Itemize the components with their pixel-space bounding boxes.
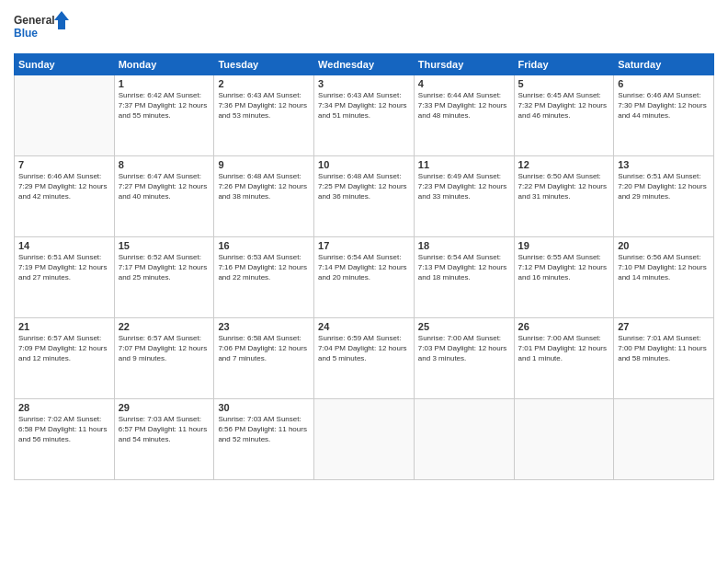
day-number: 26	[518, 321, 610, 332]
day-number: 29	[119, 402, 210, 413]
day-number: 8	[119, 159, 210, 170]
calendar-cell: 4Sunrise: 6:44 AM Sunset: 7:33 PM Daylig…	[414, 75, 514, 156]
calendar-cell: 30Sunrise: 7:03 AM Sunset: 6:56 PM Dayli…	[214, 399, 314, 480]
calendar-cell: 17Sunrise: 6:54 AM Sunset: 7:14 PM Dayli…	[314, 237, 415, 318]
calendar-cell: 7Sunrise: 6:46 AM Sunset: 7:29 PM Daylig…	[15, 156, 115, 237]
cell-info: Sunrise: 7:00 AM Sunset: 7:03 PM Dayligh…	[418, 334, 510, 363]
weekday-header-sunday: Sunday	[15, 54, 115, 75]
cell-info: Sunrise: 6:53 AM Sunset: 7:16 PM Dayligh…	[218, 253, 310, 282]
cell-info: Sunrise: 6:48 AM Sunset: 7:25 PM Dayligh…	[318, 172, 410, 201]
day-number: 21	[18, 321, 110, 332]
day-number: 19	[518, 240, 610, 251]
calendar-cell: 1Sunrise: 6:42 AM Sunset: 7:37 PM Daylig…	[114, 75, 214, 156]
svg-text:Blue: Blue	[14, 27, 38, 40]
calendar-cell: 29Sunrise: 7:03 AM Sunset: 6:57 PM Dayli…	[114, 399, 214, 480]
calendar-cell	[314, 399, 415, 480]
calendar-cell: 15Sunrise: 6:52 AM Sunset: 7:17 PM Dayli…	[114, 237, 214, 318]
calendar-cell: 12Sunrise: 6:50 AM Sunset: 7:22 PM Dayli…	[514, 156, 614, 237]
cell-info: Sunrise: 6:47 AM Sunset: 7:27 PM Dayligh…	[119, 172, 210, 201]
weekday-header-thursday: Thursday	[414, 54, 514, 75]
cell-info: Sunrise: 6:54 AM Sunset: 7:13 PM Dayligh…	[418, 253, 510, 282]
day-number: 23	[218, 321, 310, 332]
day-number: 25	[418, 321, 510, 332]
calendar-cell: 8Sunrise: 6:47 AM Sunset: 7:27 PM Daylig…	[114, 156, 214, 237]
cell-info: Sunrise: 6:51 AM Sunset: 7:20 PM Dayligh…	[618, 172, 710, 201]
day-number: 27	[618, 321, 710, 332]
cell-info: Sunrise: 6:45 AM Sunset: 7:32 PM Dayligh…	[518, 91, 610, 121]
logo-svg: General Blue	[14, 9, 69, 46]
calendar-cell: 5Sunrise: 6:45 AM Sunset: 7:32 PM Daylig…	[514, 75, 614, 156]
day-number: 15	[119, 240, 210, 251]
day-number: 24	[318, 321, 410, 332]
day-number: 17	[318, 240, 410, 251]
cell-info: Sunrise: 6:59 AM Sunset: 7:04 PM Dayligh…	[318, 334, 410, 363]
calendar-cell: 3Sunrise: 6:43 AM Sunset: 7:34 PM Daylig…	[314, 75, 415, 156]
weekday-header-row: SundayMondayTuesdayWednesdayThursdayFrid…	[15, 54, 714, 75]
cell-info: Sunrise: 6:54 AM Sunset: 7:14 PM Dayligh…	[318, 253, 410, 282]
day-number: 30	[218, 402, 310, 413]
day-number: 10	[318, 159, 410, 170]
calendar-cell: 25Sunrise: 7:00 AM Sunset: 7:03 PM Dayli…	[414, 318, 514, 399]
day-number: 22	[119, 321, 210, 332]
calendar-cell	[514, 399, 614, 480]
cell-info: Sunrise: 6:57 AM Sunset: 7:09 PM Dayligh…	[18, 334, 110, 363]
weekday-header-friday: Friday	[514, 54, 614, 75]
calendar-cell	[414, 399, 514, 480]
weekday-header-tuesday: Tuesday	[214, 54, 314, 75]
calendar-cell: 24Sunrise: 6:59 AM Sunset: 7:04 PM Dayli…	[314, 318, 415, 399]
day-number: 6	[618, 78, 710, 89]
day-number: 4	[418, 78, 510, 89]
cell-info: Sunrise: 6:46 AM Sunset: 7:29 PM Dayligh…	[18, 172, 110, 201]
day-number: 2	[218, 78, 310, 89]
cell-info: Sunrise: 6:43 AM Sunset: 7:34 PM Dayligh…	[318, 91, 410, 121]
calendar-cell: 23Sunrise: 6:58 AM Sunset: 7:06 PM Dayli…	[214, 318, 314, 399]
day-number: 5	[518, 78, 610, 89]
day-number: 12	[518, 159, 610, 170]
cell-info: Sunrise: 6:52 AM Sunset: 7:17 PM Dayligh…	[119, 253, 210, 282]
calendar-cell: 21Sunrise: 6:57 AM Sunset: 7:09 PM Dayli…	[15, 318, 115, 399]
weekday-header-monday: Monday	[114, 54, 214, 75]
calendar-cell: 26Sunrise: 7:00 AM Sunset: 7:01 PM Dayli…	[514, 318, 614, 399]
calendar-cell: 11Sunrise: 6:49 AM Sunset: 7:23 PM Dayli…	[414, 156, 514, 237]
cell-info: Sunrise: 6:49 AM Sunset: 7:23 PM Dayligh…	[418, 172, 510, 201]
calendar-cell: 22Sunrise: 6:57 AM Sunset: 7:07 PM Dayli…	[114, 318, 214, 399]
cell-info: Sunrise: 7:03 AM Sunset: 6:57 PM Dayligh…	[119, 415, 210, 444]
day-number: 11	[418, 159, 510, 170]
cell-info: Sunrise: 6:51 AM Sunset: 7:19 PM Dayligh…	[18, 253, 110, 282]
calendar-cell: 19Sunrise: 6:55 AM Sunset: 7:12 PM Dayli…	[514, 237, 614, 318]
day-number: 7	[18, 159, 110, 170]
cell-info: Sunrise: 6:56 AM Sunset: 7:10 PM Dayligh…	[618, 253, 710, 282]
calendar-cell: 6Sunrise: 6:46 AM Sunset: 7:30 PM Daylig…	[614, 75, 714, 156]
cell-info: Sunrise: 6:55 AM Sunset: 7:12 PM Dayligh…	[518, 253, 610, 282]
calendar-week-3: 14Sunrise: 6:51 AM Sunset: 7:19 PM Dayli…	[15, 237, 714, 318]
day-number: 13	[618, 159, 710, 170]
calendar-cell: 13Sunrise: 6:51 AM Sunset: 7:20 PM Dayli…	[614, 156, 714, 237]
day-number: 16	[218, 240, 310, 251]
calendar-cell: 27Sunrise: 7:01 AM Sunset: 7:00 PM Dayli…	[614, 318, 714, 399]
calendar-week-2: 7Sunrise: 6:46 AM Sunset: 7:29 PM Daylig…	[15, 156, 714, 237]
calendar-table: SundayMondayTuesdayWednesdayThursdayFrid…	[14, 53, 714, 480]
cell-info: Sunrise: 7:00 AM Sunset: 7:01 PM Dayligh…	[518, 334, 610, 363]
cell-info: Sunrise: 7:02 AM Sunset: 6:58 PM Dayligh…	[18, 415, 110, 444]
cell-info: Sunrise: 6:46 AM Sunset: 7:30 PM Dayligh…	[618, 91, 710, 121]
svg-text:General: General	[14, 14, 55, 27]
day-number: 28	[18, 402, 110, 413]
cell-info: Sunrise: 7:01 AM Sunset: 7:00 PM Dayligh…	[618, 334, 710, 363]
day-number: 14	[18, 240, 110, 251]
calendar-cell	[15, 75, 115, 156]
day-number: 18	[418, 240, 510, 251]
svg-marker-2	[54, 11, 69, 29]
calendar-cell: 20Sunrise: 6:56 AM Sunset: 7:10 PM Dayli…	[614, 237, 714, 318]
day-number: 20	[618, 240, 710, 251]
calendar-cell	[614, 399, 714, 480]
calendar-week-4: 21Sunrise: 6:57 AM Sunset: 7:09 PM Dayli…	[15, 318, 714, 399]
calendar-cell: 10Sunrise: 6:48 AM Sunset: 7:25 PM Dayli…	[314, 156, 415, 237]
cell-info: Sunrise: 6:50 AM Sunset: 7:22 PM Dayligh…	[518, 172, 610, 201]
logo: General Blue	[14, 9, 69, 46]
cell-info: Sunrise: 6:48 AM Sunset: 7:26 PM Dayligh…	[218, 172, 310, 201]
weekday-header-saturday: Saturday	[614, 54, 714, 75]
day-number: 9	[218, 159, 310, 170]
cell-info: Sunrise: 7:03 AM Sunset: 6:56 PM Dayligh…	[218, 415, 310, 444]
calendar-week-1: 1Sunrise: 6:42 AM Sunset: 7:37 PM Daylig…	[15, 75, 714, 156]
header: General Blue	[14, 9, 714, 46]
